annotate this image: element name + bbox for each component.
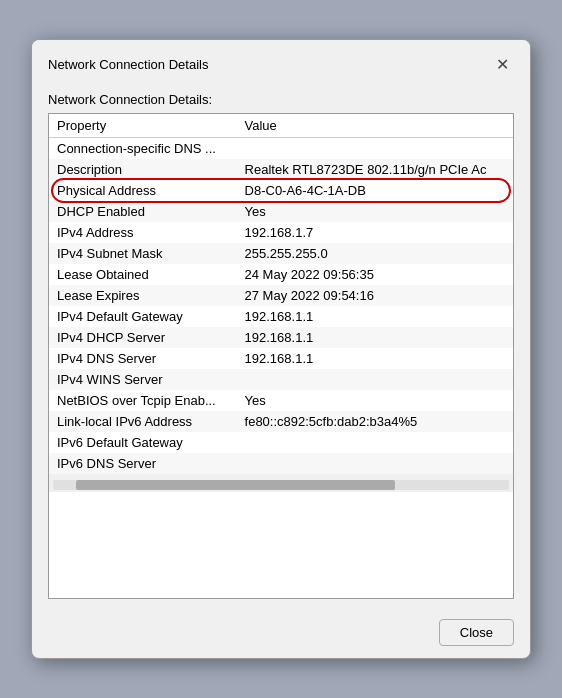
table-row: DHCP EnabledYes xyxy=(49,201,513,222)
table-row: Connection-specific DNS ... xyxy=(49,138,513,160)
table-cell-property: IPv4 Default Gateway xyxy=(49,306,237,327)
table-cell-value: fe80::c892:5cfb:dab2:b3a4%5 xyxy=(237,411,513,432)
table-cell-value xyxy=(237,369,513,390)
table-row: IPv4 Address192.168.1.7 xyxy=(49,222,513,243)
table-row: NetBIOS over Tcpip Enab...Yes xyxy=(49,390,513,411)
table-row: IPv6 Default Gateway xyxy=(49,432,513,453)
table-cell-property: Description xyxy=(49,159,237,180)
table-row: IPv4 Subnet Mask255.255.255.0 xyxy=(49,243,513,264)
table-cell-value: 192.168.1.1 xyxy=(237,306,513,327)
table-cell-value: 255.255.255.0 xyxy=(237,243,513,264)
table-cell-value: 192.168.1.7 xyxy=(237,222,513,243)
table-row: Link-local IPv6 Addressfe80::c892:5cfb:d… xyxy=(49,411,513,432)
table-cell-value: 27 May 2022 09:54:16 xyxy=(237,285,513,306)
table-row: DescriptionRealtek RTL8723DE 802.11b/g/n… xyxy=(49,159,513,180)
table-cell-property: Lease Expires xyxy=(49,285,237,306)
scrollbar-area xyxy=(49,474,513,492)
table-row: Lease Expires27 May 2022 09:54:16 xyxy=(49,285,513,306)
scrollbar-thumb xyxy=(76,480,395,490)
table-row: Lease Obtained24 May 2022 09:56:35 xyxy=(49,264,513,285)
table-cell-value: D8-C0-A6-4C-1A-DB xyxy=(237,180,513,201)
table-cell-value xyxy=(237,432,513,453)
table-cell-property: IPv4 DNS Server xyxy=(49,348,237,369)
scrollbar-track[interactable] xyxy=(53,480,509,490)
table-cell-value: 192.168.1.1 xyxy=(237,348,513,369)
dialog-footer: Close xyxy=(32,611,530,658)
table-row: IPv6 DNS Server xyxy=(49,453,513,474)
table-cell-property: Lease Obtained xyxy=(49,264,237,285)
table-cell-value: 24 May 2022 09:56:35 xyxy=(237,264,513,285)
table-row: IPv4 DHCP Server192.168.1.1 xyxy=(49,327,513,348)
col-property: Property xyxy=(49,114,237,138)
title-bar: Network Connection Details ✕ xyxy=(32,40,530,84)
table-cell-value: Yes xyxy=(237,201,513,222)
table-cell-property: NetBIOS over Tcpip Enab... xyxy=(49,390,237,411)
table-cell-value: 192.168.1.1 xyxy=(237,327,513,348)
table-cell-value: Yes xyxy=(237,390,513,411)
table-cell-property: Connection-specific DNS ... xyxy=(49,138,237,160)
table-cell-property: Link-local IPv6 Address xyxy=(49,411,237,432)
table-cell-property: IPv4 DHCP Server xyxy=(49,327,237,348)
table-container: Property Value Connection-specific DNS .… xyxy=(48,113,514,599)
network-details-dialog: Network Connection Details ✕ Network Con… xyxy=(31,39,531,659)
network-table: Property Value Connection-specific DNS .… xyxy=(49,114,513,474)
table-cell-property: Physical Address xyxy=(49,180,237,201)
table-cell-property: DHCP Enabled xyxy=(49,201,237,222)
col-value: Value xyxy=(237,114,513,138)
table-row: IPv4 WINS Server xyxy=(49,369,513,390)
highlighted-table-row: Physical AddressD8-C0-A6-4C-1A-DB xyxy=(49,180,513,201)
dialog-body: Network Connection Details: Property Val… xyxy=(32,84,530,611)
table-wrapper: Property Value Connection-specific DNS .… xyxy=(49,114,513,474)
close-button[interactable]: Close xyxy=(439,619,514,646)
table-cell-property: IPv4 WINS Server xyxy=(49,369,237,390)
table-row: IPv4 DNS Server192.168.1.1 xyxy=(49,348,513,369)
section-label: Network Connection Details: xyxy=(48,92,514,107)
table-cell-value: Realtek RTL8723DE 802.11b/g/n PCIe Ac xyxy=(237,159,513,180)
table-header: Property Value xyxy=(49,114,513,138)
table-cell-property: IPv6 DNS Server xyxy=(49,453,237,474)
title-close-button[interactable]: ✕ xyxy=(490,52,514,76)
table-cell-property: IPv4 Subnet Mask xyxy=(49,243,237,264)
table-cell-value xyxy=(237,453,513,474)
table-cell-property: IPv6 Default Gateway xyxy=(49,432,237,453)
table-body: Connection-specific DNS ...DescriptionRe… xyxy=(49,138,513,475)
table-cell-value xyxy=(237,138,513,160)
dialog-title: Network Connection Details xyxy=(48,57,208,72)
table-row: IPv4 Default Gateway192.168.1.1 xyxy=(49,306,513,327)
table-cell-property: IPv4 Address xyxy=(49,222,237,243)
